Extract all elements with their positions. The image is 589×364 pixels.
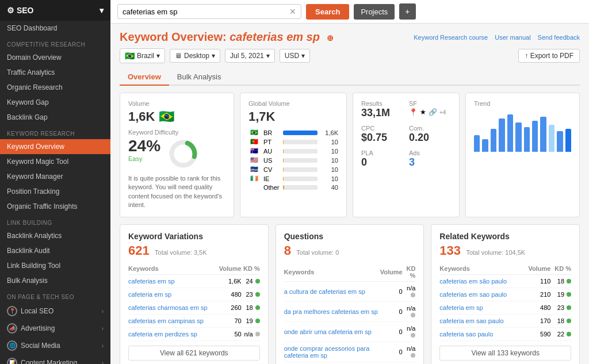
keyword-link[interactable]: onde abrir uma cafeteria em sp — [284, 328, 372, 335]
keyword-link[interactable]: da pra melhores cafeterias em sp — [284, 308, 378, 315]
export-pdf-button[interactable]: ↑ Export to PDF — [518, 49, 580, 63]
sidebar-item-keyword-overview[interactable]: Keyword Overview — [0, 139, 110, 154]
sidebar-logo[interactable]: ⚙ SEO ▾ — [0, 0, 110, 21]
cpc-label: CPC — [361, 125, 403, 132]
sidebar-item-label: Keyword Magic Tool — [7, 158, 68, 166]
keyword-link[interactable]: cafeteria em sao paulo — [439, 317, 503, 324]
related-keywords-card: Related Keywords 133 Total volume: 104,5… — [431, 224, 580, 364]
gv-bar-row: 🇺🇸 US 10 — [248, 156, 338, 164]
kd-percent: 24% — [128, 138, 160, 154]
sidebar-item-backlink-gap[interactable]: Backlink Gap — [0, 110, 110, 125]
date-filter[interactable]: Jul 5, 2021 ▾ — [225, 49, 275, 63]
keyword-link[interactable]: cafeterias em sp — [128, 278, 175, 285]
date-label: Jul 5, 2021 — [230, 52, 264, 60]
gv-bar-row: 🇮🇪 IE 10 — [248, 175, 338, 182]
keyword-cell: a cultura de cafeterias em sp — [284, 281, 380, 301]
chevron-right-icon: › — [102, 325, 104, 332]
rk-view-all-button[interactable]: View all 133 keywords — [439, 346, 571, 361]
sidebar-item-keyword-manager[interactable]: Keyword Manager — [0, 169, 110, 184]
keyword-link[interactable]: cafeterias em sao paulo — [439, 291, 507, 298]
kd-cell: 22 — [550, 327, 571, 340]
stats-row: Volume 1,6K 🇧🇷 Keyword Difficulty 24% Ea… — [120, 93, 580, 217]
user-manual-link[interactable]: User manual — [495, 34, 530, 41]
keyword-link[interactable]: cafeteria em sp — [128, 291, 171, 298]
keyword-link[interactable]: cafeterias em campinas sp — [128, 317, 204, 324]
sidebar-collapse-icon[interactable]: ▾ — [100, 6, 104, 15]
sidebar-item-local-seo[interactable]: 📍 Local SEO › — [0, 302, 110, 320]
tab-overview[interactable]: Overview — [120, 69, 169, 86]
sidebar-item-content-marketing[interactable]: 📝 Content Marketing › — [0, 354, 110, 364]
keyword-research-course-link[interactable]: Keyword Research course — [414, 34, 488, 41]
sidebar-item-bulk-analysis[interactable]: Bulk Analysis — [0, 273, 110, 288]
pla-value: 0 — [361, 156, 403, 168]
sidebar-item-label: Domain Overview — [7, 53, 62, 62]
advertising-icon: 📣 — [7, 323, 17, 334]
kd-dot — [411, 293, 415, 297]
add-project-button[interactable]: + — [399, 3, 415, 20]
currency-filter[interactable]: USD ▾ — [280, 49, 310, 63]
sidebar-item-backlink-audit[interactable]: Backlink Audit — [0, 243, 110, 258]
device-filter[interactable]: 🖥 Desktop ▾ — [170, 49, 220, 63]
sidebar-item-organic-research[interactable]: Organic Research — [0, 80, 110, 95]
table-row: a cultura de cafeterias em sp 0 n/a — [284, 281, 416, 301]
sidebar-item-label: Social Media — [21, 342, 60, 350]
keyword-link[interactable]: cafeterias em são paulo — [439, 278, 507, 285]
keyword-link[interactable]: cafeterias charmosas em sp — [128, 304, 208, 311]
search-input[interactable] — [123, 7, 286, 16]
ads-label: Ads — [409, 150, 451, 156]
volume-value: 1,6K 🇧🇷 — [128, 109, 225, 124]
desktop-icon: 🖥 — [175, 52, 182, 60]
pla-label: PLA — [361, 150, 403, 156]
table-row: onde comprar acessorios para cafeteria e… — [284, 342, 416, 362]
sidebar-item-position-tracking[interactable]: Position Tracking — [0, 184, 110, 199]
sidebar-item-backlink-analytics[interactable]: Backlink Analytics — [0, 228, 110, 243]
sidebar-item-traffic-analytics[interactable]: Traffic Analytics — [0, 65, 110, 80]
keyword-link[interactable]: a cultura de cafeterias em sp — [284, 288, 365, 295]
sidebar: ⚙ SEO ▾ SEO Dashboard COMPETITIVE RESEAR… — [0, 0, 110, 364]
keyword-cell: cafeteria sao paulo — [439, 327, 523, 340]
trend-bar — [524, 127, 530, 152]
keyword-link[interactable]: cafeteria em perdizes sp — [128, 331, 197, 338]
table-row: cafeterias charmosas em sp 260 18 — [128, 301, 260, 314]
keyword-cell: onde abrir uma cafeteria em sp — [284, 321, 380, 342]
country-flag-icon: 🇵🇹 — [248, 138, 260, 145]
social-media-icon: 🌐 — [7, 340, 17, 351]
add-keyword-icon[interactable]: ⊕ — [327, 33, 334, 43]
gv-title: Global Volume — [248, 100, 338, 107]
section-on-page-tech-seo: ON PAGE & TECH SEO — [0, 288, 110, 302]
gv-bar-row: 🇵🇹 PT 10 — [248, 138, 338, 145]
results-label: Results — [361, 100, 403, 107]
local-seo-icon: 📍 — [7, 306, 17, 316]
q-col-volume: Volume — [380, 263, 403, 282]
bar-fill — [283, 149, 284, 154]
sidebar-item-link-building-tool[interactable]: Link Building Tool — [0, 258, 110, 273]
sidebar-item-organic-traffic-insights[interactable]: Organic Traffic Insights — [0, 199, 110, 214]
sidebar-item-advertising[interactable]: 📣 Advertising › — [0, 320, 110, 337]
country-filter[interactable]: 🇧🇷 Brazil ▾ — [120, 48, 165, 63]
projects-button[interactable]: Projects — [354, 4, 395, 20]
com-metric: Com. 0.20 — [409, 125, 451, 144]
sidebar-item-seo-dashboard[interactable]: SEO Dashboard — [0, 21, 110, 36]
keyword-link[interactable]: cafeteria sao paulo — [439, 331, 493, 338]
sidebar-item-label: Link Building Tool — [7, 262, 60, 270]
gv-bar-row: 🇧🇷 BR 1,6K — [248, 129, 338, 136]
send-feedback-link[interactable]: Send feedback — [538, 34, 580, 41]
keyword-link[interactable]: cafeteria em sp — [439, 304, 483, 311]
table-row: cafeteria em perdizes sp 50 n/a — [128, 327, 260, 340]
kv-view-all-button[interactable]: View all 621 keywords — [128, 346, 260, 361]
kd-cell: n/a — [403, 362, 416, 364]
trend-bar — [482, 139, 488, 152]
country-flag-icon: 🇮🇪 — [248, 175, 260, 182]
keyword-link[interactable]: onde comprar acessorios para cafeteria e… — [284, 345, 370, 359]
kd-cell: n/a — [403, 321, 416, 342]
search-button[interactable]: Search — [306, 4, 349, 20]
sidebar-item-domain-overview[interactable]: Domain Overview — [0, 50, 110, 65]
sidebar-item-keyword-gap[interactable]: Keyword Gap — [0, 95, 110, 110]
clear-search-icon[interactable]: ✕ — [289, 7, 296, 16]
sidebar-item-keyword-magic-tool[interactable]: Keyword Magic Tool — [0, 154, 110, 169]
keyword-cell: cafeterias em campinas sp — [128, 314, 216, 327]
sidebar-item-social-media[interactable]: 🌐 Social Media › — [0, 337, 110, 354]
chevron-right-icon: › — [102, 343, 104, 349]
kd-dot — [567, 332, 571, 336]
tab-bulk-analysis[interactable]: Bulk Analysis — [169, 69, 230, 86]
